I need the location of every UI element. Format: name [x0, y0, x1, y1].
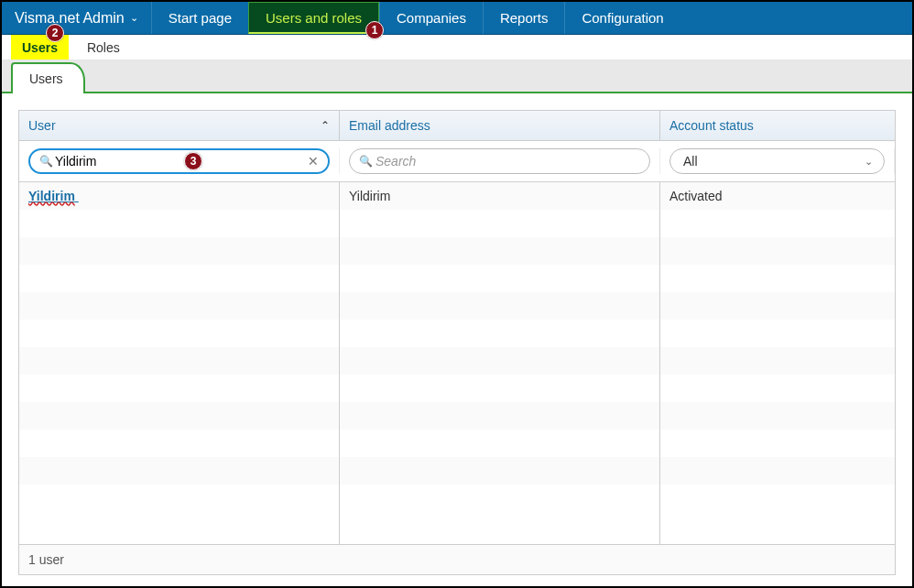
- status-cell: Activated: [669, 189, 723, 203]
- brand-dropdown[interactable]: Visma.net Admin ⌄: [2, 2, 151, 34]
- nav-users-and-roles[interactable]: Users and roles 1: [248, 2, 379, 34]
- filter-row: 🔍 ✕ 3 🔍 All ⌄: [19, 141, 895, 182]
- table-row: Activated: [660, 182, 895, 210]
- annotation-badge-3: 3: [184, 152, 202, 170]
- annotation-badge-1: 1: [365, 21, 384, 39]
- brand-title: Visma.net Admin: [15, 10, 125, 27]
- grid-col-email: Yildirim: [340, 182, 660, 544]
- clear-icon[interactable]: ✕: [308, 154, 319, 169]
- content-area: User ⌃ Email address Account status 🔍 ✕ …: [2, 93, 912, 575]
- tab-strip: Users: [2, 60, 912, 93]
- grid-footer: 1 user: [19, 544, 895, 574]
- status-filter-value: All: [683, 154, 698, 169]
- chevron-down-icon: ⌄: [130, 12, 138, 24]
- user-search-box[interactable]: 🔍 ✕: [28, 148, 330, 174]
- status-filter-dropdown[interactable]: All ⌄: [669, 148, 885, 174]
- search-icon: 🔍: [359, 155, 373, 168]
- email-cell: Yildirim: [349, 189, 390, 203]
- column-header-user[interactable]: User ⌃: [19, 111, 340, 140]
- subnav-roles[interactable]: Roles: [76, 35, 131, 60]
- table-row: Yildirim: [19, 182, 339, 210]
- sort-asc-icon: ⌃: [321, 119, 330, 132]
- nav-reports[interactable]: Reports: [483, 2, 565, 34]
- grid-body: Yildirim Yildirim Activated: [19, 182, 895, 544]
- users-grid: User ⌃ Email address Account status 🔍 ✕ …: [18, 110, 896, 575]
- grid-col-user: Yildirim: [19, 182, 340, 544]
- column-header-status[interactable]: Account status: [660, 111, 895, 140]
- user-search-input[interactable]: [55, 154, 303, 169]
- grid-header-row: User ⌃ Email address Account status: [19, 111, 895, 141]
- table-row: Yildirim: [340, 182, 659, 210]
- subnav-users[interactable]: Users 2: [11, 35, 69, 60]
- search-icon: 🔍: [39, 155, 53, 168]
- email-search-input[interactable]: [375, 154, 624, 169]
- nav-companies[interactable]: Companies: [379, 2, 483, 34]
- main-nav: Visma.net Admin ⌄ Start page Users and r…: [2, 2, 912, 35]
- chevron-down-icon: ⌄: [865, 156, 873, 168]
- user-link[interactable]: Yildirim: [28, 189, 79, 203]
- tab-users[interactable]: Users: [11, 62, 85, 93]
- annotation-badge-2: 2: [46, 24, 64, 42]
- email-search-box[interactable]: 🔍: [349, 148, 650, 174]
- grid-col-status: Activated: [660, 182, 895, 544]
- result-count: 1 user: [28, 552, 64, 567]
- column-header-email[interactable]: Email address: [340, 111, 660, 140]
- nav-configuration[interactable]: Configuration: [564, 2, 680, 34]
- nav-start-page[interactable]: Start page: [151, 2, 248, 34]
- sub-nav: Users 2 Roles: [2, 35, 912, 60]
